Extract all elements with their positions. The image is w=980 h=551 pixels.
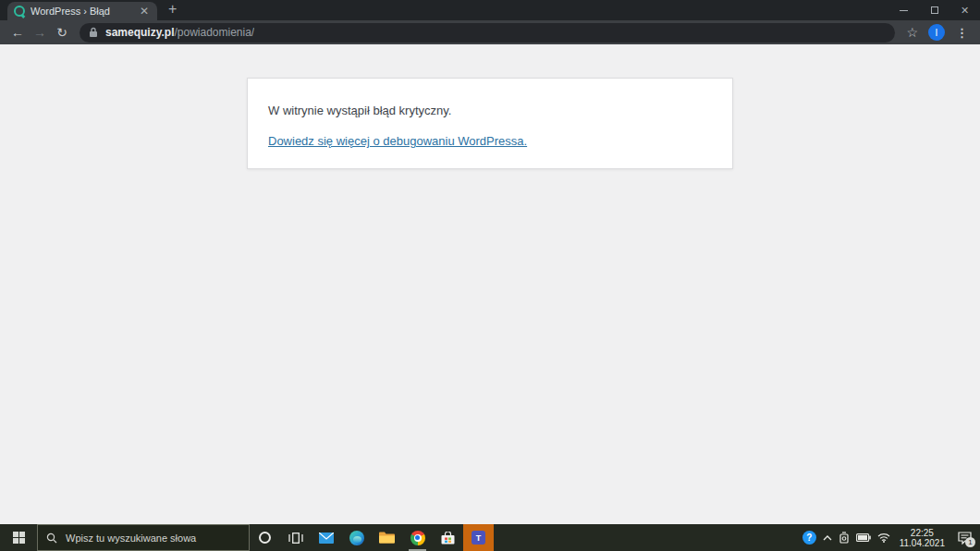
taskbar-search-input[interactable]: Wpisz tu wyszukiwane słowa (37, 524, 250, 551)
teams-icon: T (472, 531, 485, 545)
search-icon (46, 533, 57, 544)
taskbar-task-view-button[interactable] (280, 524, 311, 551)
url-path: /powiadomienia/ (174, 26, 254, 39)
url-text: samequizy.pl/powiadomienia/ (105, 26, 254, 39)
taskbar-cortana-button[interactable] (250, 524, 280, 551)
tray-device-icon[interactable] (839, 532, 850, 544)
mail-icon (319, 533, 334, 544)
url-domain: samequizy.pl (105, 26, 174, 39)
browser-tab-strip: WordPress › Błąd ✕ + ✕ (0, 0, 980, 20)
notification-badge: 1 (965, 537, 975, 547)
taskbar-apps: T (250, 524, 494, 551)
clock-date: 11.04.2021 (900, 538, 945, 548)
lock-icon (89, 27, 98, 38)
browser-tab[interactable]: WordPress › Błąd ✕ (7, 2, 157, 20)
profile-avatar[interactable]: I (928, 24, 945, 41)
new-tab-button[interactable]: + (168, 2, 177, 17)
store-icon (441, 532, 455, 545)
forward-icon[interactable]: → (29, 26, 51, 39)
help-tray-icon[interactable]: ? (802, 531, 816, 545)
minimize-icon (900, 10, 908, 11)
site-favicon-icon (14, 6, 25, 17)
window-controls: ✕ (888, 0, 980, 20)
tab-close-icon[interactable]: ✕ (138, 6, 151, 17)
reload-icon[interactable]: ↻ (51, 26, 73, 39)
taskbar-store-button[interactable] (433, 524, 463, 551)
bookmark-star-icon[interactable]: ☆ (906, 25, 918, 40)
wordpress-error-card: W witrynie wystąpił błąd krytyczny. Dowi… (247, 78, 733, 169)
windows-logo-icon (13, 532, 25, 544)
browser-toolbar: ← → ↻ samequizy.pl/powiadomienia/ ☆ I ⋮ (0, 20, 980, 44)
tray-chevron-up-icon[interactable] (823, 535, 832, 541)
close-button[interactable]: ✕ (949, 0, 980, 20)
file-explorer-icon (379, 532, 395, 544)
windows-taskbar: Wpisz tu wyszukiwane słowa (0, 524, 980, 551)
taskbar-teams-button[interactable]: T (463, 524, 494, 551)
taskbar-file-explorer-button[interactable] (372, 524, 402, 551)
menu-dots-icon[interactable]: ⋮ (956, 26, 968, 40)
debug-info-link[interactable]: Dowiedz się więcej o debugowaniu WordPre… (268, 134, 527, 148)
cortana-icon (259, 532, 271, 544)
minimize-button[interactable] (888, 0, 919, 20)
start-button[interactable] (0, 524, 37, 551)
tab-title: WordPress › Błąd (31, 6, 132, 17)
taskbar-edge-button[interactable] (341, 524, 372, 551)
address-bar[interactable]: samequizy.pl/powiadomienia/ (80, 23, 895, 43)
system-tray: ? 22:25 11.04.2021 (802, 524, 980, 551)
screen: WordPress › Błąd ✕ + ✕ ← → ↻ samequizy.p… (0, 0, 980, 551)
back-icon[interactable]: ← (6, 26, 29, 39)
error-message: W witrynie wystąpił błąd krytyczny. (268, 104, 712, 117)
taskbar-mail-button[interactable] (311, 524, 341, 551)
clock-time: 22:25 (900, 528, 945, 538)
battery-icon[interactable] (856, 533, 871, 542)
task-view-icon (288, 533, 303, 544)
taskbar-chrome-button[interactable] (402, 524, 433, 551)
search-placeholder: Wpisz tu wyszukiwane słowa (66, 533, 196, 544)
restore-button[interactable] (919, 0, 949, 20)
action-center-button[interactable]: 1 (954, 529, 974, 547)
page-viewport: W witrynie wystąpił błąd krytyczny. Dowi… (0, 44, 980, 524)
restore-icon (931, 6, 938, 14)
wifi-icon[interactable] (877, 533, 890, 543)
chrome-icon (410, 531, 425, 545)
edge-icon (349, 531, 364, 545)
clock[interactable]: 22:25 11.04.2021 (897, 528, 948, 548)
